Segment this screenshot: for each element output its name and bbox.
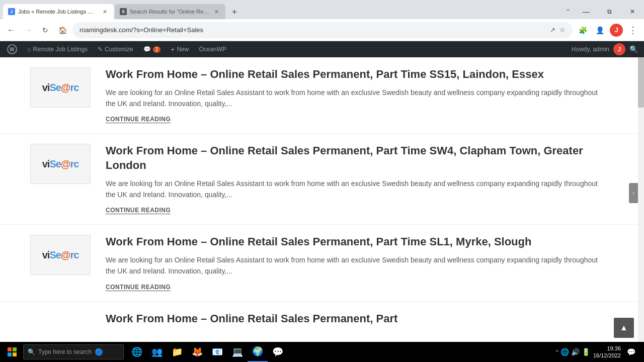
oceanwp-label: OceanWP bbox=[199, 46, 226, 53]
page-content: viSe@rc Work From Home – Online Retail S… bbox=[0, 57, 644, 342]
tab-scroll-left[interactable]: ⌃ bbox=[561, 5, 575, 18]
job-3-excerpt: We are looking for an Online Retail Sale… bbox=[106, 254, 598, 277]
window-controls: ⌃ — ⧉ ✕ bbox=[561, 4, 644, 19]
svg-rect-5 bbox=[13, 352, 17, 356]
job-1-continue-reading[interactable]: CONTINUE READING bbox=[106, 116, 171, 123]
notification-button[interactable]: 💬 bbox=[624, 342, 638, 362]
profiles-icon[interactable]: 👤 bbox=[593, 23, 607, 37]
tab-2-close[interactable]: ✕ bbox=[212, 8, 220, 16]
page-scrollbar-thumb[interactable] bbox=[638, 57, 644, 108]
forward-button[interactable]: → bbox=[21, 23, 35, 37]
taskbar-search-placeholder: Type here to search bbox=[38, 348, 92, 355]
bookmark-icon[interactable]: ☆ bbox=[559, 26, 566, 34]
taskbar-app-chrome[interactable]: 🌍 bbox=[248, 342, 268, 362]
admin-avatar[interactable]: J bbox=[613, 43, 625, 55]
wp-admin-bar: W ⌂ Remote Job Listings ✎ Customize 💬 2 … bbox=[0, 41, 644, 57]
win-minimize[interactable]: — bbox=[575, 4, 598, 19]
plus-icon: + bbox=[171, 45, 175, 53]
job-listing-2: viSe@rc Work From Home – Online Retail S… bbox=[0, 134, 638, 225]
job-2-title[interactable]: Work From Home – Online Retail Sales Per… bbox=[106, 144, 598, 172]
wp-admin-right: Howdy, admin J 🔍 bbox=[572, 43, 642, 55]
url-bar[interactable]: roamingdesk.com/?s=Online+Retail+Sales ↗… bbox=[72, 22, 573, 38]
svg-rect-4 bbox=[8, 352, 12, 356]
taskbar-app-discord[interactable]: 💬 bbox=[268, 342, 288, 362]
tab-2[interactable]: S Search Results for "Online Retail... ✕ bbox=[115, 4, 225, 19]
svg-rect-2 bbox=[8, 347, 12, 351]
tab-2-favicon: S bbox=[120, 8, 127, 15]
share-icon[interactable]: ↗ bbox=[550, 26, 555, 34]
wp-search-icon[interactable]: 🔍 bbox=[629, 45, 638, 53]
new-label: New bbox=[177, 46, 189, 53]
wp-logo-item[interactable]: W bbox=[2, 41, 22, 57]
tab-1-favicon: J bbox=[8, 8, 15, 15]
extension-icon[interactable]: 🧩 bbox=[576, 23, 590, 37]
new-tab-button[interactable]: + bbox=[227, 5, 242, 19]
taskbar-right: ^ 🌐 🔊 🔋 19:36 16/12/2022 💬 bbox=[556, 342, 642, 362]
taskbar-app-teams[interactable]: 👥 bbox=[147, 342, 167, 362]
job-2-thumbnail: viSe@rc bbox=[30, 144, 91, 184]
job-4-title[interactable]: Work From Home – Online Retail Sales Per… bbox=[106, 312, 598, 326]
win-restore[interactable]: ⧉ bbox=[598, 4, 621, 19]
job-1-title[interactable]: Work From Home – Online Retail Sales Per… bbox=[106, 67, 598, 82]
address-bar: ← → ↻ 🏠 roamingdesk.com/?s=Online+Retail… bbox=[0, 19, 644, 41]
visearc-logo-2: viSe@rc bbox=[42, 158, 79, 170]
volume-icon[interactable]: 🔊 bbox=[571, 348, 580, 356]
taskbar-apps: 🌐 👥 📁 🦊 📧 💻 🌍 💬 bbox=[127, 342, 288, 362]
taskbar-app-explorer[interactable]: 📁 bbox=[167, 342, 187, 362]
system-tray: ^ 🌐 🔊 🔋 bbox=[556, 348, 590, 356]
tab-2-title: Search Results for "Online Retail... bbox=[130, 9, 209, 15]
taskbar-date: 16/12/2022 bbox=[593, 352, 621, 359]
page-scrollbar-track bbox=[638, 57, 644, 342]
wp-logo-icon: W bbox=[7, 44, 17, 54]
job-listing-3: viSe@rc Work From Home – Online Retail S… bbox=[0, 225, 638, 301]
taskbar-app-firefox[interactable]: 🦊 bbox=[187, 342, 207, 362]
taskbar: 🔍 Type here to search 🔵 🌐 👥 📁 🦊 📧 💻 🌍 💬 bbox=[0, 342, 644, 362]
job-3-details: Work From Home – Online Retail Sales Per… bbox=[106, 235, 598, 291]
remote-jobs-label: Remote Job Listings bbox=[33, 46, 88, 53]
menu-button[interactable]: ⋮ bbox=[626, 23, 640, 37]
battery-icon[interactable]: 🔋 bbox=[582, 348, 590, 356]
job-listing-1: viSe@rc Work From Home – Online Retail S… bbox=[0, 57, 638, 134]
show-hidden-icon[interactable]: ^ bbox=[556, 349, 558, 355]
taskbar-app-outlook[interactable]: 📧 bbox=[207, 342, 227, 362]
start-button[interactable] bbox=[2, 342, 22, 362]
tab-1[interactable]: J Jobs « Remote Job Listings — W... ✕ bbox=[3, 4, 114, 19]
visearc-logo-1: viSe@rc bbox=[42, 82, 79, 94]
taskbar-time: 19:36 bbox=[607, 345, 621, 352]
wp-remote-jobs-item[interactable]: ⌂ Remote Job Listings bbox=[22, 41, 93, 57]
comment-icon: 💬 bbox=[143, 46, 151, 53]
notification-icon: 💬 bbox=[627, 348, 635, 356]
wp-comments-item[interactable]: 💬 2 bbox=[138, 41, 166, 57]
job-2-details: Work From Home – Online Retail Sales Per… bbox=[106, 144, 598, 214]
visearc-logo-3: viSe@rc bbox=[42, 249, 79, 261]
taskbar-search[interactable]: 🔍 Type here to search 🔵 bbox=[23, 344, 124, 359]
search-icon: 🔍 bbox=[28, 348, 35, 355]
job-2-excerpt: We are looking for an Online Retail Sale… bbox=[106, 178, 598, 201]
reload-button[interactable]: ↻ bbox=[38, 23, 52, 37]
taskbar-app-vscode[interactable]: 💻 bbox=[227, 342, 248, 362]
page-scroll-wrapper: viSe@rc Work From Home – Online Retail S… bbox=[0, 57, 644, 342]
wp-oceanwp-item[interactable]: OceanWP bbox=[194, 41, 231, 57]
taskbar-app-edge[interactable]: 🌐 bbox=[127, 342, 147, 362]
home-button[interactable]: 🏠 bbox=[55, 23, 69, 37]
tab-1-close[interactable]: ✕ bbox=[101, 8, 109, 16]
back-to-top-button[interactable]: ▲ bbox=[614, 318, 634, 338]
customize-label: Customize bbox=[105, 46, 133, 53]
clock[interactable]: 19:36 16/12/2022 bbox=[593, 345, 621, 359]
network-icon[interactable]: 🌐 bbox=[560, 348, 569, 356]
back-button[interactable]: ← bbox=[4, 23, 18, 37]
sidebar-widget[interactable]: › bbox=[629, 183, 638, 203]
user-avatar[interactable]: J bbox=[610, 24, 623, 37]
win-close[interactable]: ✕ bbox=[621, 4, 644, 19]
job-3-continue-reading[interactable]: CONTINUE READING bbox=[106, 284, 171, 291]
windows-icon bbox=[8, 347, 17, 356]
wp-customize-item[interactable]: ✎ Customize bbox=[93, 41, 138, 57]
job-3-title[interactable]: Work From Home – Online Retail Sales Per… bbox=[106, 235, 598, 249]
cortana-icon: 🔵 bbox=[95, 348, 103, 356]
wp-new-item[interactable]: + New bbox=[166, 41, 194, 57]
job-2-continue-reading[interactable]: CONTINUE READING bbox=[106, 207, 171, 214]
tab-bar: J Jobs « Remote Job Listings — W... ✕ S … bbox=[0, 0, 644, 19]
comments-badge: 2 bbox=[153, 46, 161, 53]
svg-rect-3 bbox=[13, 347, 17, 351]
job-listing-4: Work From Home – Online Retail Sales Per… bbox=[0, 302, 638, 326]
